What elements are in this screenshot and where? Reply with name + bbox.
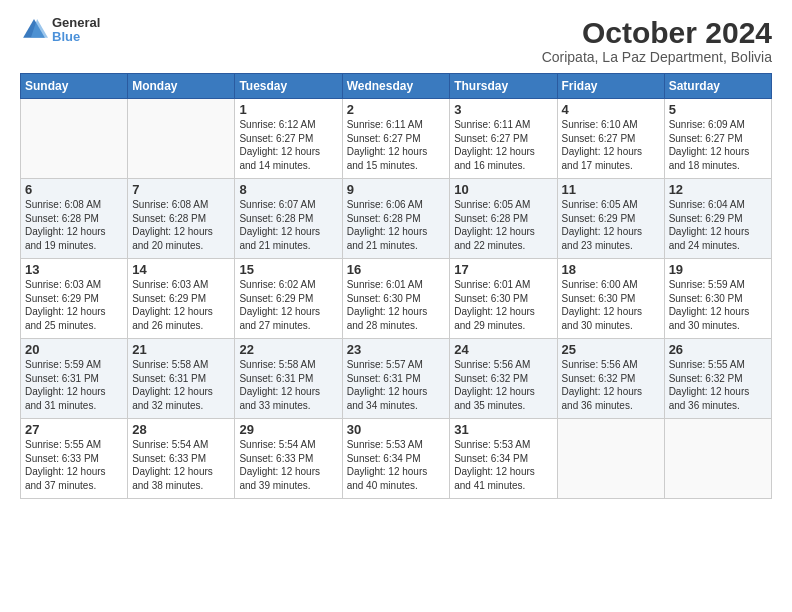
calendar-cell: 12Sunrise: 6:04 AM Sunset: 6:29 PM Dayli… <box>664 179 771 259</box>
day-info: Sunrise: 5:53 AM Sunset: 6:34 PM Dayligh… <box>347 438 446 492</box>
day-info: Sunrise: 5:59 AM Sunset: 6:31 PM Dayligh… <box>25 358 123 412</box>
col-header-wednesday: Wednesday <box>342 74 450 99</box>
calendar-cell: 1Sunrise: 6:12 AM Sunset: 6:27 PM Daylig… <box>235 99 342 179</box>
calendar-cell: 24Sunrise: 5:56 AM Sunset: 6:32 PM Dayli… <box>450 339 557 419</box>
calendar-cell <box>128 99 235 179</box>
title-block: October 2024 Coripata, La Paz Department… <box>542 16 772 65</box>
day-info: Sunrise: 6:12 AM Sunset: 6:27 PM Dayligh… <box>239 118 337 172</box>
day-number: 9 <box>347 182 446 197</box>
calendar-cell: 20Sunrise: 5:59 AM Sunset: 6:31 PM Dayli… <box>21 339 128 419</box>
day-info: Sunrise: 6:05 AM Sunset: 6:28 PM Dayligh… <box>454 198 552 252</box>
calendar-cell: 6Sunrise: 6:08 AM Sunset: 6:28 PM Daylig… <box>21 179 128 259</box>
day-info: Sunrise: 6:00 AM Sunset: 6:30 PM Dayligh… <box>562 278 660 332</box>
day-number: 19 <box>669 262 767 277</box>
day-info: Sunrise: 5:58 AM Sunset: 6:31 PM Dayligh… <box>239 358 337 412</box>
day-number: 2 <box>347 102 446 117</box>
day-info: Sunrise: 5:53 AM Sunset: 6:34 PM Dayligh… <box>454 438 552 492</box>
day-number: 28 <box>132 422 230 437</box>
calendar-cell: 31Sunrise: 5:53 AM Sunset: 6:34 PM Dayli… <box>450 419 557 499</box>
day-info: Sunrise: 6:02 AM Sunset: 6:29 PM Dayligh… <box>239 278 337 332</box>
calendar-week-row: 20Sunrise: 5:59 AM Sunset: 6:31 PM Dayli… <box>21 339 772 419</box>
day-number: 11 <box>562 182 660 197</box>
logo-text: General Blue <box>52 16 100 45</box>
day-info: Sunrise: 5:54 AM Sunset: 6:33 PM Dayligh… <box>239 438 337 492</box>
day-number: 13 <box>25 262 123 277</box>
day-number: 4 <box>562 102 660 117</box>
day-number: 15 <box>239 262 337 277</box>
day-info: Sunrise: 6:07 AM Sunset: 6:28 PM Dayligh… <box>239 198 337 252</box>
day-number: 12 <box>669 182 767 197</box>
main-title: October 2024 <box>542 16 772 49</box>
day-info: Sunrise: 6:11 AM Sunset: 6:27 PM Dayligh… <box>454 118 552 172</box>
calendar-cell: 13Sunrise: 6:03 AM Sunset: 6:29 PM Dayli… <box>21 259 128 339</box>
calendar-week-row: 6Sunrise: 6:08 AM Sunset: 6:28 PM Daylig… <box>21 179 772 259</box>
calendar-cell <box>664 419 771 499</box>
day-info: Sunrise: 6:08 AM Sunset: 6:28 PM Dayligh… <box>132 198 230 252</box>
col-header-tuesday: Tuesday <box>235 74 342 99</box>
col-header-thursday: Thursday <box>450 74 557 99</box>
calendar-week-row: 1Sunrise: 6:12 AM Sunset: 6:27 PM Daylig… <box>21 99 772 179</box>
calendar-cell: 8Sunrise: 6:07 AM Sunset: 6:28 PM Daylig… <box>235 179 342 259</box>
day-number: 8 <box>239 182 337 197</box>
day-info: Sunrise: 6:04 AM Sunset: 6:29 PM Dayligh… <box>669 198 767 252</box>
day-number: 27 <box>25 422 123 437</box>
logo-icon <box>20 16 48 44</box>
day-number: 10 <box>454 182 552 197</box>
day-number: 18 <box>562 262 660 277</box>
day-number: 23 <box>347 342 446 357</box>
calendar-cell: 28Sunrise: 5:54 AM Sunset: 6:33 PM Dayli… <box>128 419 235 499</box>
day-number: 17 <box>454 262 552 277</box>
logo: General Blue <box>20 16 100 45</box>
day-info: Sunrise: 6:01 AM Sunset: 6:30 PM Dayligh… <box>454 278 552 332</box>
calendar-cell: 19Sunrise: 5:59 AM Sunset: 6:30 PM Dayli… <box>664 259 771 339</box>
calendar-cell: 30Sunrise: 5:53 AM Sunset: 6:34 PM Dayli… <box>342 419 450 499</box>
calendar-week-row: 13Sunrise: 6:03 AM Sunset: 6:29 PM Dayli… <box>21 259 772 339</box>
logo-line2: Blue <box>52 30 100 44</box>
day-info: Sunrise: 5:58 AM Sunset: 6:31 PM Dayligh… <box>132 358 230 412</box>
day-info: Sunrise: 6:03 AM Sunset: 6:29 PM Dayligh… <box>132 278 230 332</box>
calendar-cell: 9Sunrise: 6:06 AM Sunset: 6:28 PM Daylig… <box>342 179 450 259</box>
day-info: Sunrise: 5:54 AM Sunset: 6:33 PM Dayligh… <box>132 438 230 492</box>
day-info: Sunrise: 6:03 AM Sunset: 6:29 PM Dayligh… <box>25 278 123 332</box>
day-info: Sunrise: 6:10 AM Sunset: 6:27 PM Dayligh… <box>562 118 660 172</box>
day-info: Sunrise: 6:09 AM Sunset: 6:27 PM Dayligh… <box>669 118 767 172</box>
day-number: 20 <box>25 342 123 357</box>
day-number: 5 <box>669 102 767 117</box>
day-info: Sunrise: 5:59 AM Sunset: 6:30 PM Dayligh… <box>669 278 767 332</box>
day-info: Sunrise: 6:08 AM Sunset: 6:28 PM Dayligh… <box>25 198 123 252</box>
day-info: Sunrise: 5:56 AM Sunset: 6:32 PM Dayligh… <box>562 358 660 412</box>
calendar-cell: 15Sunrise: 6:02 AM Sunset: 6:29 PM Dayli… <box>235 259 342 339</box>
day-number: 16 <box>347 262 446 277</box>
calendar-cell: 21Sunrise: 5:58 AM Sunset: 6:31 PM Dayli… <box>128 339 235 419</box>
col-header-sunday: Sunday <box>21 74 128 99</box>
calendar-cell: 18Sunrise: 6:00 AM Sunset: 6:30 PM Dayli… <box>557 259 664 339</box>
calendar-cell: 14Sunrise: 6:03 AM Sunset: 6:29 PM Dayli… <box>128 259 235 339</box>
calendar-cell: 25Sunrise: 5:56 AM Sunset: 6:32 PM Dayli… <box>557 339 664 419</box>
calendar-cell: 23Sunrise: 5:57 AM Sunset: 6:31 PM Dayli… <box>342 339 450 419</box>
calendar-header-row: SundayMondayTuesdayWednesdayThursdayFrid… <box>21 74 772 99</box>
day-number: 31 <box>454 422 552 437</box>
day-number: 30 <box>347 422 446 437</box>
calendar-cell: 5Sunrise: 6:09 AM Sunset: 6:27 PM Daylig… <box>664 99 771 179</box>
day-info: Sunrise: 5:56 AM Sunset: 6:32 PM Dayligh… <box>454 358 552 412</box>
calendar-cell: 4Sunrise: 6:10 AM Sunset: 6:27 PM Daylig… <box>557 99 664 179</box>
calendar-cell: 11Sunrise: 6:05 AM Sunset: 6:29 PM Dayli… <box>557 179 664 259</box>
col-header-monday: Monday <box>128 74 235 99</box>
day-number: 3 <box>454 102 552 117</box>
calendar-cell: 27Sunrise: 5:55 AM Sunset: 6:33 PM Dayli… <box>21 419 128 499</box>
calendar-cell: 2Sunrise: 6:11 AM Sunset: 6:27 PM Daylig… <box>342 99 450 179</box>
calendar-cell: 7Sunrise: 6:08 AM Sunset: 6:28 PM Daylig… <box>128 179 235 259</box>
calendar-cell <box>21 99 128 179</box>
day-info: Sunrise: 5:55 AM Sunset: 6:32 PM Dayligh… <box>669 358 767 412</box>
subtitle: Coripata, La Paz Department, Bolivia <box>542 49 772 65</box>
calendar-cell: 17Sunrise: 6:01 AM Sunset: 6:30 PM Dayli… <box>450 259 557 339</box>
calendar-cell: 29Sunrise: 5:54 AM Sunset: 6:33 PM Dayli… <box>235 419 342 499</box>
logo-line1: General <box>52 16 100 30</box>
day-number: 24 <box>454 342 552 357</box>
calendar-cell: 10Sunrise: 6:05 AM Sunset: 6:28 PM Dayli… <box>450 179 557 259</box>
day-number: 6 <box>25 182 123 197</box>
col-header-friday: Friday <box>557 74 664 99</box>
day-number: 21 <box>132 342 230 357</box>
calendar-cell: 3Sunrise: 6:11 AM Sunset: 6:27 PM Daylig… <box>450 99 557 179</box>
calendar-cell: 16Sunrise: 6:01 AM Sunset: 6:30 PM Dayli… <box>342 259 450 339</box>
